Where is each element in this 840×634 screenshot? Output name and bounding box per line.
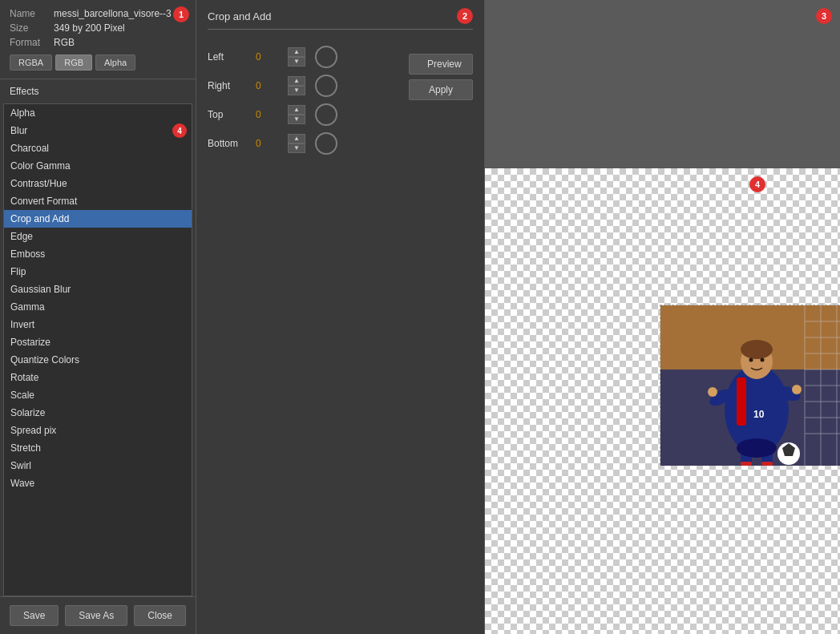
preview-area: 3 xyxy=(485,0,840,168)
channel-rgba-button[interactable]: RGBA xyxy=(10,55,52,71)
size-label: Size xyxy=(10,22,54,34)
apply-button[interactable]: Apply xyxy=(409,79,473,100)
badge-5: 4 xyxy=(172,123,187,138)
crop-left-label: Left xyxy=(208,51,256,63)
effect-spread-pix[interactable]: Spread pix xyxy=(4,422,192,439)
channel-rgb-button[interactable]: RGB xyxy=(55,55,92,71)
crop-top-label: Top xyxy=(208,109,256,120)
effect-rotate[interactable]: Rotate xyxy=(4,369,192,386)
effect-solarize[interactable]: Solarize xyxy=(4,404,192,422)
effect-gaussian-blur[interactable]: Gaussian Blur xyxy=(4,281,192,298)
badge-1: 1 xyxy=(173,6,189,22)
bottom-buttons: Save Save As Close xyxy=(0,596,196,634)
crop-right-spinner: ▲ ▼ xyxy=(288,75,337,97)
crop-left-value: 0 xyxy=(256,51,288,63)
crop-right-arrows: ▲ ▼ xyxy=(288,76,305,95)
crop-left-up[interactable]: ▲ xyxy=(288,47,305,57)
badge-2: 2 xyxy=(457,8,473,24)
format-value: RGB xyxy=(54,37,75,48)
channel-alpha-button[interactable]: Alpha xyxy=(95,55,135,71)
size-value: 349 by 200 Pixel xyxy=(54,22,125,34)
crop-right-label: Right xyxy=(208,80,256,91)
effect-invert[interactable]: Invert xyxy=(4,316,192,333)
effect-convert-format[interactable]: Convert Format xyxy=(4,192,192,210)
right-panel: 3 4 xyxy=(485,0,840,634)
svg-point-28 xyxy=(749,358,753,362)
crop-top-circle xyxy=(315,103,337,126)
save-as-button[interactable]: Save As xyxy=(65,605,127,626)
effect-postarize[interactable]: Postarize xyxy=(4,333,192,351)
crop-fields: Left 0 ▲ ▼ Right 0 xyxy=(208,46,396,161)
left-panel: 1 Name messi_barcellona_visore--3 Size 3… xyxy=(0,0,196,634)
canvas-area[interactable]: 4 xyxy=(485,168,840,634)
channel-buttons: RGBA RGB Alpha xyxy=(10,55,186,71)
crop-top-down[interactable]: ▼ xyxy=(288,115,305,124)
save-button[interactable]: Save xyxy=(10,605,59,626)
effect-scale[interactable]: Scale xyxy=(4,386,192,404)
preview-apply-buttons: Preview Apply xyxy=(409,46,473,108)
crop-top-row: Top 0 ▲ ▼ xyxy=(208,103,396,126)
format-label: Format xyxy=(10,37,54,48)
crop-top-up[interactable]: ▲ xyxy=(288,105,305,115)
crop-bottom-value: 0 xyxy=(256,138,288,149)
crop-left-down[interactable]: ▼ xyxy=(288,57,305,67)
effect-alpha[interactable]: Alpha xyxy=(4,104,192,122)
svg-rect-33 xyxy=(741,462,752,466)
crop-controls: Left 0 ▲ ▼ Right 0 xyxy=(196,30,484,634)
crop-right-up[interactable]: ▲ xyxy=(288,76,305,86)
crop-left-row: Left 0 ▲ ▼ xyxy=(208,46,396,68)
badge-3: 3 xyxy=(816,8,832,24)
crop-right-down[interactable]: ▼ xyxy=(288,86,305,95)
effect-wave[interactable]: Wave xyxy=(4,474,192,492)
effects-title: Effects xyxy=(10,86,186,97)
crop-right-row: Right 0 ▲ ▼ xyxy=(208,75,396,97)
crop-bottom-up[interactable]: ▲ xyxy=(288,134,305,143)
effect-quantize-colors[interactable]: Quantize Colors xyxy=(4,351,192,369)
crop-bottom-arrows: ▲ ▼ xyxy=(288,134,305,153)
effect-flip[interactable]: Flip xyxy=(4,263,192,281)
badge-4: 4 xyxy=(749,176,765,192)
svg-point-25 xyxy=(792,385,802,394)
svg-point-24 xyxy=(708,387,717,397)
effect-swirl[interactable]: Swirl xyxy=(4,457,192,474)
effect-panel-title: Crop and Add xyxy=(208,10,272,22)
effect-stretch[interactable]: Stretch xyxy=(4,439,192,457)
info-section: 1 Name messi_barcellona_visore--3 Size 3… xyxy=(0,0,196,79)
effect-charcoal[interactable]: Charcoal xyxy=(4,139,192,157)
close-button[interactable]: Close xyxy=(134,605,186,626)
canvas-image: 10 xyxy=(660,305,840,465)
crop-bottom-label: Bottom xyxy=(208,138,256,149)
crop-top-spinner: ▲ ▼ xyxy=(288,103,337,126)
preview-button[interactable]: Preview xyxy=(409,54,473,75)
effects-list: Alpha Blur 4 Charcoal Color Gamma Contra… xyxy=(3,103,192,596)
svg-rect-21 xyxy=(737,378,746,426)
effects-section: Effects xyxy=(0,79,196,103)
effect-gamma[interactable]: Gamma xyxy=(4,298,192,316)
effect-crop-and-add[interactable]: Crop and Add xyxy=(4,210,192,228)
effect-contrast-hue[interactable]: Contrast/Hue xyxy=(4,175,192,192)
crop-bottom-circle xyxy=(315,132,337,155)
player-svg: 10 xyxy=(660,305,840,466)
crop-left-arrows: ▲ ▼ xyxy=(288,47,305,67)
svg-point-27 xyxy=(741,340,773,359)
svg-point-29 xyxy=(761,358,765,362)
svg-text:10: 10 xyxy=(753,409,765,420)
effect-color-gamma[interactable]: Color Gamma xyxy=(4,157,192,175)
svg-rect-34 xyxy=(761,462,773,466)
effect-header: Crop and Add 2 xyxy=(196,0,484,29)
effect-edge[interactable]: Edge xyxy=(4,228,192,245)
crop-left-circle xyxy=(315,46,337,68)
crop-top-value: 0 xyxy=(256,109,288,120)
crop-right-circle xyxy=(315,75,337,97)
crop-bottom-row: Bottom 0 ▲ ▼ xyxy=(208,132,396,155)
crop-left-spinner: ▲ ▼ xyxy=(288,46,337,68)
crop-bottom-spinner: ▲ ▼ xyxy=(288,132,337,155)
effect-emboss[interactable]: Emboss xyxy=(4,245,192,263)
crop-bottom-down[interactable]: ▼ xyxy=(288,143,305,153)
effect-blur[interactable]: Blur 4 xyxy=(4,122,192,139)
crop-fields-row: Left 0 ▲ ▼ Right 0 xyxy=(208,41,473,161)
svg-point-32 xyxy=(737,438,777,458)
filename-value: messi_barcellona_visore--3 xyxy=(54,8,172,19)
middle-panel: Crop and Add 2 Left 0 ▲ ▼ xyxy=(196,0,485,634)
crop-right-value: 0 xyxy=(256,80,288,91)
